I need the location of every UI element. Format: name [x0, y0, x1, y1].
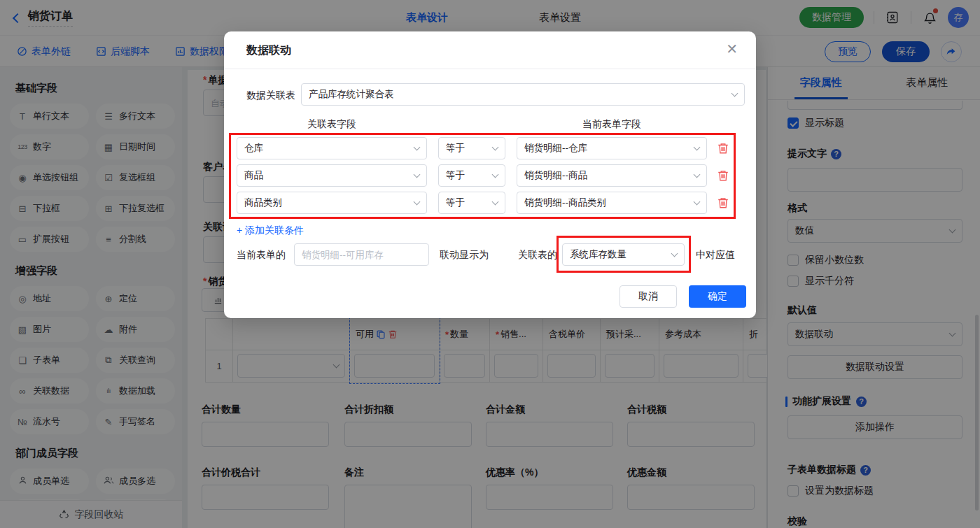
condition-1-right-select[interactable]: 销货明细--仓库	[517, 137, 707, 159]
chevron-down-icon	[414, 199, 421, 206]
condition-2-left-select[interactable]: 商品	[237, 164, 427, 187]
chevron-down-icon	[492, 199, 499, 206]
condition-3-operator-select[interactable]: 等于	[438, 192, 505, 214]
relation-table-select[interactable]: 产品库存统计聚合表	[301, 83, 745, 106]
condition-2-operator-select[interactable]: 等于	[438, 164, 505, 187]
condition-3-left-select[interactable]: 商品类别	[237, 192, 427, 214]
current-form-fields-column-header: 当前表单字段	[517, 118, 707, 131]
relation-fields-column-header: 关联表字段	[237, 118, 427, 131]
chevron-down-icon	[732, 90, 738, 97]
condition-1-operator-select[interactable]: 等于	[438, 137, 505, 159]
close-icon[interactable]: ✕	[726, 42, 738, 56]
condition-3-right-select[interactable]: 销货明细--商品类别	[517, 192, 707, 214]
current-field-input[interactable]	[294, 243, 429, 266]
relation-table-label: 数据关联表	[246, 90, 295, 102]
condition-2-delete-icon[interactable]	[717, 169, 729, 182]
condition-3-delete-icon[interactable]	[717, 197, 729, 209]
modal-title: 数据联动	[246, 43, 291, 58]
chevron-down-icon	[694, 171, 701, 178]
chevron-down-icon	[414, 171, 421, 178]
relation-table-of-label: 关联表的	[518, 249, 557, 262]
chevron-down-icon	[414, 144, 421, 151]
current-form-label: 当前表单的	[237, 249, 286, 262]
relation-field-select[interactable]: 系统库存数量	[562, 243, 685, 266]
chevron-down-icon	[492, 171, 499, 178]
corresponding-value-label: 中对应值	[696, 249, 735, 262]
display-as-label: 联动显示为	[440, 249, 489, 262]
chevron-down-icon	[694, 199, 701, 206]
condition-1-delete-icon[interactable]	[717, 142, 729, 155]
add-condition-link[interactable]: + 添加关联条件	[237, 224, 304, 237]
chevron-down-icon	[492, 144, 499, 151]
condition-2-right-select[interactable]: 销货明细--商品	[517, 164, 707, 187]
chevron-down-icon	[671, 250, 678, 257]
chevron-down-icon	[694, 144, 701, 151]
confirm-button[interactable]: 确定	[689, 285, 746, 308]
data-linkage-modal: 数据联动 ✕ 数据关联表 产品库存统计聚合表 关联表字段 当前表单字段 仓库 等…	[224, 31, 756, 318]
cancel-button[interactable]: 取消	[620, 285, 677, 308]
modal-header: 数据联动 ✕	[224, 31, 756, 69]
condition-1-left-select[interactable]: 仓库	[237, 137, 427, 159]
